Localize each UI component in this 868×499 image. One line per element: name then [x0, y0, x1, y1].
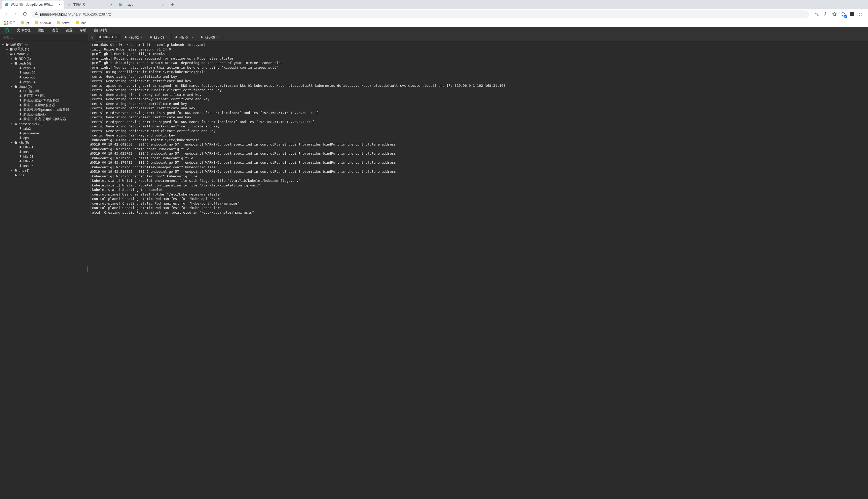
tab-close-icon[interactable]: ✕	[115, 36, 118, 39]
linux-icon	[19, 127, 22, 130]
tree-node-4[interactable]: ▾ceph (4)	[0, 61, 87, 65]
tab-close-icon[interactable]: ✕	[217, 36, 219, 39]
tree-node-8[interactable]: ceph-04	[0, 80, 87, 84]
tree-node-26[interactable]: k8s-05	[0, 163, 87, 168]
terminal-line: [init] Using Kubernetes version: v1.24.0	[90, 47, 866, 52]
menu-1[interactable]: 视图	[34, 27, 48, 34]
translate-icon[interactable]	[813, 11, 820, 18]
browser-tab-0[interactable]: Web终端 - JumpServer 开源堡...✕	[2, 1, 64, 9]
bookmark-pt-down[interactable]: pt-down	[32, 20, 53, 26]
tree-label: 收藏夹 (1)	[14, 47, 29, 51]
terminal-line: [kubeconfig] Writing "admin.conf" kubeco…	[90, 147, 866, 151]
tree-node-20[interactable]: ops	[0, 135, 87, 140]
search-input[interactable]	[2, 35, 85, 41]
tree-node-22[interactable]: k8s-01	[0, 145, 87, 149]
tab-close-icon[interactable]: ✕	[191, 36, 194, 39]
url-text: jumpserver.frps.cn/luna/?_=1652867238772	[40, 12, 806, 16]
bookmark-应用[interactable]: 应用	[2, 20, 17, 26]
ext-icon-1[interactable]	[848, 11, 856, 18]
tree-node-11[interactable]: 搬瓦工-洛杉矶	[0, 94, 87, 98]
linux-icon	[19, 66, 22, 69]
menu-5[interactable]: 窗口列表	[90, 27, 111, 34]
tree-node-19[interactable]: jumpserver	[0, 131, 87, 135]
tree-node-28[interactable]: ops	[0, 173, 87, 178]
terminal-tab-k8s-01[interactable]: k8s-01✕	[96, 34, 121, 41]
share-icon[interactable]	[822, 11, 829, 18]
tree-node-12[interactable]: 腾讯云-北京-博客服务器	[0, 98, 87, 103]
tree-node-14[interactable]: 腾讯云-轻量prometheus服务器	[0, 108, 87, 112]
tree-label: RDP (3)	[19, 57, 31, 61]
asset-tree: ▾我的资产⟳▸收藏夹 (1)▾Default (28)▸RDP (3)▾ceph…	[0, 42, 87, 499]
folder-icon	[21, 21, 25, 25]
linux-icon	[19, 132, 22, 135]
tree-node-23[interactable]: k8s-02	[0, 149, 87, 154]
tree-node-7[interactable]: ceph-03	[0, 75, 87, 80]
folder-icon	[14, 169, 17, 172]
address-bar: jumpserver.frps.cn/luna/?_=1652867238772…	[0, 9, 868, 19]
tree-node-27[interactable]: ▸tmp (4)	[0, 168, 87, 173]
extension-count-badge: 5	[844, 15, 847, 18]
terminal-line: [kubelet-start] Writing kubelet environm…	[90, 179, 866, 183]
terminal-tab-k8s-03[interactable]: k8s-03✕	[146, 34, 172, 41]
tree-node-13[interactable]: 腾讯云-轻量frp服务器	[0, 103, 87, 108]
tab-close-icon[interactable]: ✕	[109, 3, 113, 7]
tab-close-icon[interactable]: ✕	[58, 3, 62, 7]
folder-open-icon	[9, 52, 13, 56]
tree-node-9[interactable]: ▾cloud (9)	[0, 84, 87, 89]
terminal-tab-k8s-02[interactable]: k8s-02✕	[121, 34, 146, 41]
tree-node-3[interactable]: ▸RDP (3)	[0, 56, 87, 61]
menu-0[interactable]: 文件管理	[13, 27, 34, 34]
tree-node-1[interactable]: ▸收藏夹 (1)	[0, 47, 87, 51]
terminal-line: W0519 00:19:43.170412 88147 endpoint.go:…	[90, 160, 866, 165]
terminal-line: [kubeconfig] Using kubeconfig folder "/e…	[90, 138, 866, 143]
browser-tab-1[interactable]: 下载内容✕	[64, 1, 116, 9]
tree-node-2[interactable]: ▾Default (28)	[0, 51, 87, 56]
back-button[interactable]	[2, 10, 10, 19]
bookmark-nas[interactable]: nas	[74, 20, 88, 26]
terminal-tab-k8s-05[interactable]: k8s-05✕	[197, 34, 222, 41]
tree-node-18[interactable]: aria2	[0, 126, 87, 131]
tree-node-25[interactable]: k8s-04	[0, 159, 87, 163]
menu-4[interactable]: 帮助	[76, 27, 90, 34]
refresh-icon[interactable]: ⟳	[25, 43, 28, 46]
terminal-line: [control-plane] Creating static Pod mani…	[90, 201, 866, 206]
tab-close-icon[interactable]: ✕	[161, 3, 165, 7]
menu-2[interactable]: 语言	[48, 27, 62, 34]
tree-node-10[interactable]: CC 洛杉矶	[0, 89, 87, 94]
url-input[interactable]: jumpserver.frps.cn/luna/?_=1652867238772	[32, 10, 809, 18]
tab-title: image	[125, 3, 159, 7]
tree-node-5[interactable]: ceph-01	[0, 65, 87, 70]
bookmark-pt[interactable]: pt	[19, 20, 31, 26]
terminal-line: [control-plane] Creating static Pod mani…	[90, 206, 866, 210]
tree-label: 腾讯云-轻量prometheus服务器	[23, 108, 69, 112]
tree-node-6[interactable]: ceph-02	[0, 70, 87, 75]
extensions-icon[interactable]: 5	[840, 11, 847, 18]
browser-tab-2[interactable]: image✕	[116, 1, 168, 9]
tree-node-0[interactable]: ▾我的资产⟳	[0, 42, 87, 47]
bookmark-star-icon[interactable]	[831, 11, 838, 18]
tab-close-icon[interactable]: ✕	[166, 36, 168, 39]
tree-node-21[interactable]: ▾k8s (5)	[0, 140, 87, 145]
svg-point-4	[859, 15, 860, 16]
terminal-line: [kubeconfig] Writing "controller-manager…	[90, 165, 866, 170]
sidebar-resize-handle[interactable]	[87, 34, 88, 499]
tree-node-17[interactable]: ▾home server (3)	[0, 121, 87, 126]
app-logo-icon[interactable]	[0, 27, 13, 34]
split-view-button[interactable]	[88, 34, 96, 41]
reload-button[interactable]	[21, 10, 29, 19]
tree-node-15[interactable]: 腾讯云-轻量ukx	[0, 112, 87, 117]
menu-3[interactable]: 设置	[62, 27, 76, 34]
tree-node-24[interactable]: k8s-03	[0, 154, 87, 159]
terminal-output[interactable]: [root@k8s-01 ~]# kubeadm init --config k…	[88, 41, 868, 499]
terminal-line: [kubeconfig] Writing "scheduler.conf" ku…	[90, 174, 866, 179]
bookmark-server[interactable]: server	[54, 20, 73, 26]
folder-open-icon	[14, 141, 17, 144]
tree-label: k8s-01	[23, 145, 33, 149]
tree-node-16[interactable]: 腾讯云-香港-备用出国服务器	[0, 117, 87, 121]
tab-close-icon[interactable]: ✕	[140, 36, 143, 39]
caret-icon: ▾	[10, 141, 13, 144]
ext-icon-2[interactable]	[857, 11, 864, 18]
terminal-tab-k8s-04[interactable]: k8s-04✕	[172, 34, 197, 41]
new-tab-button[interactable]: +	[169, 1, 176, 8]
forward-button[interactable]	[11, 10, 20, 19]
